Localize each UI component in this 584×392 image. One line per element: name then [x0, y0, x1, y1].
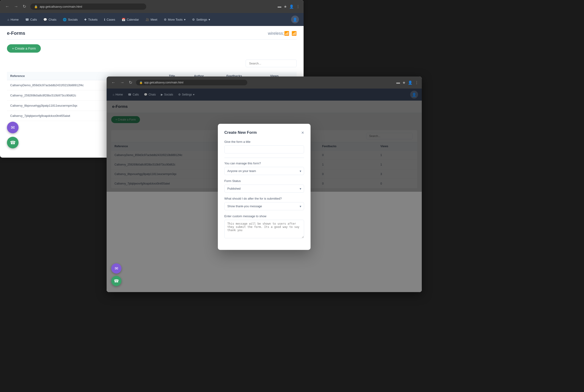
socials-icon-front: ▶ [161, 93, 163, 96]
nav-calendar-label: Calendar [127, 18, 139, 21]
nav-home[interactable]: ⌂ Home [5, 16, 21, 23]
nav-home-front[interactable]: ⌂ Home [110, 92, 125, 97]
page-header-back: e-Forms wireless;📶 📶 [7, 30, 297, 40]
app-nav-back: ⌂ Home ☎ Calls 💬 Chats 🌐 Socials ✚ Ticke… [0, 13, 304, 26]
nav-buttons: ← → ↻ [4, 3, 27, 10]
browser-window-front: ← → ↻ 🔒 app.getcallsavvy.com/main.html ▬… [107, 76, 422, 292]
form-group-manage: You can manage this form? Anyone on your… [224, 162, 304, 175]
form-title-input[interactable] [224, 145, 304, 154]
wifi-icon: wireless;📶 [268, 31, 289, 36]
search-input-back[interactable] [246, 60, 297, 67]
form-status-label: Form Status [224, 179, 304, 183]
form-group-custom-message: Enter custom message to show [224, 214, 304, 239]
nav-cases-label: Cases [107, 18, 115, 21]
phone-fab-icon: ☎ [10, 140, 16, 145]
calendar-icon: 📅 [122, 18, 125, 21]
bookmark-icon-front[interactable]: ★ [402, 80, 406, 85]
fab-call-front[interactable]: ☎ [111, 276, 121, 286]
app-nav-front: ⌂ Home ☎ Calls 💬 Chats ▶ Socials ⚙ Setti… [107, 88, 422, 100]
url-text: app.getcallsavvy.com/main.html [40, 5, 82, 8]
manage-select-wrapper: Anyone on your team [224, 167, 304, 175]
user-avatar-front[interactable]: 👤 [410, 91, 418, 98]
nav-calls[interactable]: ☎ Calls [22, 16, 40, 23]
back-button-front[interactable]: ← [110, 79, 117, 86]
fab-chat-back[interactable]: ✉ [7, 122, 18, 133]
avatar-icon-front: 👤 [412, 92, 417, 97]
nav-settings-front[interactable]: ⚙ Settings ▾ [176, 92, 197, 97]
user-icon-front[interactable]: 👤 [408, 80, 413, 85]
nav-home-label: Home [11, 18, 19, 21]
page-body-front: e-Forms + Create a Form Reference Feedba… [107, 100, 422, 292]
nav-calls-label-front: Calls [132, 93, 139, 96]
form-manage-label: You can manage this form? [224, 162, 304, 165]
nav-tickets-label: Tickets [88, 18, 97, 21]
status-select-wrapper: Published [224, 184, 304, 193]
manage-select[interactable]: Anyone on your team [224, 167, 304, 175]
nav-chats[interactable]: 💬 Chats [40, 16, 59, 23]
modal-title: Create New Form [224, 130, 257, 135]
menu-icon-front[interactable]: ⋮ [415, 80, 419, 85]
address-bar-front[interactable]: 🔒 app.getcallsavvy.com/main.html [136, 80, 247, 85]
address-bar-back[interactable]: 🔒 app.getcallsavvy.com/main.html [30, 4, 146, 10]
reload-button-front[interactable]: ↻ [127, 79, 134, 86]
form-title-label: Give the form a title [224, 140, 304, 144]
user-avatar[interactable]: 👤 [291, 16, 299, 24]
nav-chats-front[interactable]: 💬 Chats [142, 92, 158, 97]
nav-calendar[interactable]: 📅 Calendar [119, 16, 142, 23]
nav-socials[interactable]: 🌐 Socials [60, 16, 80, 23]
nav-meet[interactable]: 🎥 Meet [143, 16, 160, 23]
nav-more-tools[interactable]: ⚙ More Tools ▾ [161, 16, 188, 23]
nav-calls-front[interactable]: ☎ Calls [126, 92, 141, 97]
status-select[interactable]: Published [224, 184, 304, 193]
after-submit-select[interactable]: Show thank-you message [224, 202, 304, 210]
nav-buttons-front: ← → ↻ [110, 79, 134, 86]
nav-socials-front[interactable]: ▶ Socials [158, 92, 175, 97]
toolbar-icons: ▬ ★ 👤 ⋮ [278, 4, 300, 9]
bookmark-icon[interactable]: ★ [284, 4, 287, 9]
settings-icon-front: ⚙ [178, 93, 181, 96]
tools-icon: ⚙ [164, 18, 167, 21]
nav-socials-label-front: Socials [164, 93, 173, 96]
search-area-back [7, 60, 297, 67]
nav-cases[interactable]: ℹ Cases [101, 16, 118, 23]
forward-button[interactable]: → [12, 3, 19, 10]
browser-toolbar-front: ← → ↻ 🔒 app.getcallsavvy.com/main.html ▬… [107, 76, 422, 88]
nav-tickets[interactable]: ✚ Tickets [81, 16, 100, 23]
extensions-icon[interactable]: ▬ [278, 4, 281, 9]
nav-chats-label: Chats [48, 18, 56, 21]
menu-icon[interactable]: ⋮ [296, 4, 300, 9]
form-group-status: Form Status Published [224, 179, 304, 193]
nav-home-label-front: Home [115, 93, 123, 96]
phone-fab-icon-front: ☎ [114, 278, 119, 284]
after-submit-select-wrapper: Show thank-you message [224, 202, 304, 210]
browser-toolbar-back: ← → ↻ 🔒 app.getcallsavvy.com/main.html ▬… [0, 0, 304, 13]
modal-close-button[interactable]: × [301, 130, 304, 135]
nav-settings[interactable]: ⚙ Settings ▾ [189, 16, 213, 23]
fab-chat-front[interactable]: ✉ [111, 263, 121, 274]
header-icons: wireless;📶 📶 [268, 31, 297, 36]
reload-button[interactable]: ↻ [21, 3, 27, 10]
nav-settings-label-front: Settings [182, 93, 192, 96]
nav-calls-label: Calls [30, 18, 37, 21]
forward-button-front[interactable]: → [119, 79, 126, 86]
nav-meet-label: Meet [151, 18, 157, 21]
modal-overlay: Create New Form × Give the form a title … [107, 100, 422, 292]
form-group-title: Give the form a title [224, 140, 304, 154]
chat-icon: 💬 [43, 18, 47, 21]
fab-call-back[interactable]: ☎ [7, 137, 18, 148]
home-icon: ⌂ [7, 18, 9, 21]
form-group-after-submit: What should I do after the for is submit… [224, 197, 304, 210]
avatar-icon: 👤 [293, 18, 297, 22]
back-button[interactable]: ← [4, 3, 11, 10]
user-icon[interactable]: 👤 [289, 4, 294, 9]
custom-message-textarea[interactable] [224, 220, 304, 238]
toolbar-icons-front: ▬ ★ 👤 ⋮ [396, 80, 419, 85]
lock-icon-front: 🔒 [139, 81, 143, 84]
video-icon: 🎥 [145, 18, 149, 21]
extensions-icon-front[interactable]: ▬ [396, 80, 400, 85]
url-text-front: app.getcallsavvy.com/main.html [144, 81, 183, 84]
modal-header: Create New Form × [224, 130, 304, 135]
chat-icon-front: 💬 [144, 93, 147, 96]
create-form-button-back[interactable]: + Create a Form [7, 44, 41, 52]
nav-socials-label: Socials [68, 18, 78, 21]
